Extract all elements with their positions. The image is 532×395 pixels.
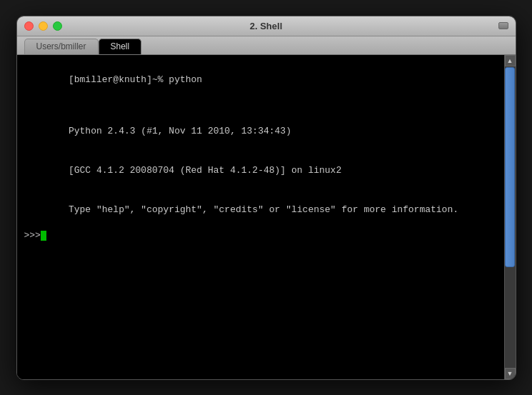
- scrollbar[interactable]: ▲ ▼: [504, 55, 516, 379]
- window-controls: [24, 21, 62, 31]
- terminal-window: 2. Shell Users/bmiller Shell [bmiller@kn…: [16, 16, 516, 380]
- tab-shell[interactable]: Shell: [99, 39, 142, 54]
- scroll-thumb[interactable]: [505, 67, 515, 267]
- tab-label-shell: Shell: [111, 41, 130, 51]
- line2-text: Python 2.4.3 (#1, Nov 11 2010, 13:34:43): [69, 126, 291, 136]
- line3-text: [GCC 4.1.2 20080704 (Red Hat 4.1.2-48)] …: [69, 165, 341, 176]
- close-button[interactable]: [24, 21, 34, 31]
- scroll-track: [505, 66, 516, 368]
- scroll-down-arrow[interactable]: ▼: [505, 368, 516, 379]
- prompt-line[interactable]: >>>: [24, 229, 497, 242]
- window-title: 2. Shell: [250, 21, 283, 31]
- terminal-content[interactable]: [bmiller@knuth]~% python Python 2.4.3 (#…: [17, 55, 504, 379]
- terminal-line-1: [bmiller@knuth]~% python: [24, 61, 497, 113]
- tab-users-bmiller[interactable]: Users/bmiller: [24, 39, 99, 54]
- titlebar: 2. Shell: [17, 16, 516, 36]
- line1-text: [bmiller@knuth]~% python: [69, 74, 202, 85]
- resize-button[interactable]: [498, 22, 508, 29]
- maximize-button[interactable]: [53, 21, 62, 31]
- cursor-block: [41, 231, 46, 241]
- terminal-line-3: [GCC 4.1.2 20080704 (Red Hat 4.1.2-48)] …: [24, 151, 497, 191]
- tab-label-users: Users/bmiller: [36, 41, 86, 51]
- tabs-bar: Users/bmiller Shell: [17, 36, 516, 55]
- scroll-up-arrow[interactable]: ▲: [505, 55, 516, 66]
- terminal-line-4: Type "help", "copyright", "credits" or "…: [24, 190, 497, 229]
- line4-text: Type "help", "copyright", "credits" or "…: [69, 204, 458, 215]
- prompt-text: >>>: [24, 229, 41, 242]
- terminal-line-2: Python 2.4.3 (#1, Nov 11 2010, 13:34:43): [24, 112, 497, 151]
- terminal-area[interactable]: [bmiller@knuth]~% python Python 2.4.3 (#…: [17, 55, 516, 379]
- minimize-button[interactable]: [39, 21, 48, 31]
